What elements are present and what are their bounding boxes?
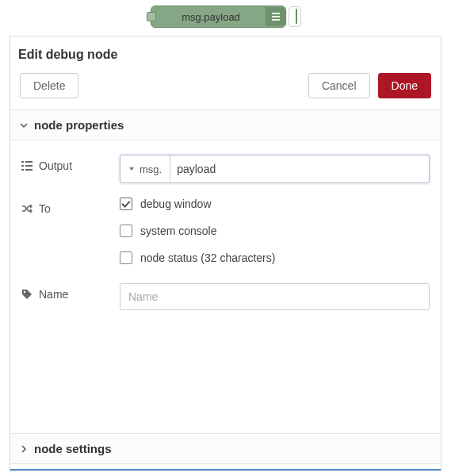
output-typed-input[interactable]: msg. <box>120 155 430 183</box>
svg-rect-6 <box>25 165 32 167</box>
section-title-properties: node properties <box>34 118 124 132</box>
debug-window-label: debug window <box>140 198 212 210</box>
output-value-input[interactable] <box>170 155 429 182</box>
node-input-port[interactable] <box>147 12 156 21</box>
svg-point-9 <box>24 291 25 293</box>
svg-rect-1 <box>272 16 280 17</box>
chevron-right-icon <box>20 445 28 453</box>
svg-rect-5 <box>21 165 24 167</box>
node-status-label: node status (32 characters) <box>140 251 275 264</box>
chevron-down-icon <box>20 121 28 129</box>
svg-rect-0 <box>272 13 280 14</box>
output-type-select[interactable]: msg. <box>120 155 170 182</box>
svg-rect-3 <box>21 161 24 163</box>
section-header-properties[interactable]: node properties <box>10 110 441 140</box>
section-header-settings[interactable]: node settings <box>10 433 441 464</box>
output-label: Output <box>39 159 72 172</box>
to-label: To <box>39 202 51 215</box>
system-console-checkbox[interactable] <box>120 225 132 237</box>
edit-panel: Edit debug node Delete Cancel Done node … <box>10 36 441 471</box>
node-status-checkbox[interactable] <box>120 251 132 264</box>
debug-icon <box>266 7 285 26</box>
svg-rect-7 <box>21 169 24 171</box>
name-label: Name <box>39 288 68 301</box>
system-console-label: system console <box>140 225 216 237</box>
panel-accent-bar <box>10 469 441 470</box>
done-button[interactable]: Done <box>378 73 431 98</box>
panel-title: Edit debug node <box>10 36 441 70</box>
tag-icon <box>21 289 32 300</box>
debug-window-checkbox[interactable] <box>120 198 132 210</box>
svg-rect-2 <box>272 19 280 21</box>
name-input[interactable] <box>120 283 430 310</box>
section-title-settings: node settings <box>34 442 112 455</box>
svg-rect-8 <box>25 169 32 171</box>
output-type-label: msg. <box>140 163 162 175</box>
caret-down-icon <box>128 166 135 172</box>
svg-rect-4 <box>25 161 32 163</box>
shuffle-icon <box>21 203 32 214</box>
delete-button[interactable]: Delete <box>20 73 78 98</box>
node-status-toggle[interactable] <box>289 6 301 27</box>
list-icon <box>21 160 32 171</box>
node-label: msg.payload <box>156 11 266 23</box>
cancel-button[interactable]: Cancel <box>308 73 370 98</box>
debug-node[interactable]: msg.payload <box>151 5 301 29</box>
section-body-properties: Output msg. <box>10 140 441 433</box>
